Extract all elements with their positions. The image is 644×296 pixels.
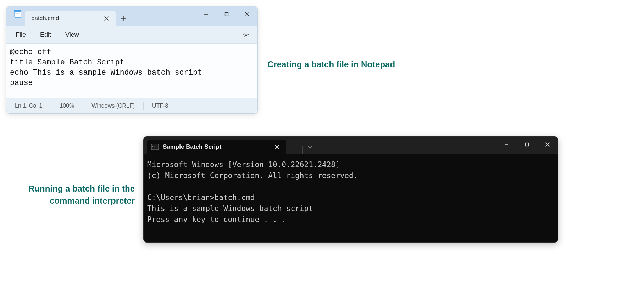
svg-rect-1 [14,10,21,12]
status-line-endings[interactable]: Windows (CRLF) [83,102,144,110]
terminal-cursor [292,215,292,223]
status-encoding[interactable]: UTF-8 [144,102,177,110]
terminal-window-controls [496,137,558,152]
notepad-text-area[interactable]: @echo off title Sample Batch Script echo… [6,43,257,98]
close-button[interactable] [237,6,257,22]
notepad-titlebar: batch.cmd [6,6,257,26]
svg-rect-11 [526,143,529,146]
svg-point-7 [245,34,247,35]
new-tab-button[interactable] [116,11,131,26]
terminal-output-text: Microsoft Windows [Version 10.0.22621.24… [147,160,358,224]
divider [302,146,303,154]
terminal-profile-dropdown[interactable] [304,140,316,154]
notepad-tab[interactable]: batch.cmd [25,11,116,26]
menu-view[interactable]: View [58,29,86,41]
status-zoom[interactable]: 100% [51,102,83,110]
terminal-tab[interactable]: C:\_ Sample Batch Script [147,140,286,154]
terminal-close-button[interactable] [537,137,558,152]
terminal-new-tab-button[interactable] [286,140,302,154]
svg-text:C:\_: C:\_ [152,145,158,148]
terminal-output[interactable]: Microsoft Windows [Version 10.0.22621.24… [144,154,558,242]
caption-notepad: Creating a batch file in Notepad [267,58,395,70]
tab-close-button[interactable] [101,15,112,22]
maximize-button[interactable] [216,6,237,22]
svg-rect-6 [225,13,228,16]
notepad-window: batch.cmd File Edit View [6,6,258,114]
window-controls [196,6,257,22]
terminal-titlebar: C:\_ Sample Batch Script [144,137,558,154]
notepad-statusbar: Ln 1, Col 1 100% Windows (CRLF) UTF-8 [6,98,257,113]
notepad-app-icon [14,9,21,18]
notepad-tab-title: batch.cmd [31,15,59,22]
menu-edit[interactable]: Edit [33,29,58,41]
settings-button[interactable] [237,29,255,40]
terminal-window: C:\_ Sample Batch Script M [143,136,558,243]
cmd-icon: C:\_ [151,144,159,150]
notepad-menubar: File Edit View [6,26,257,43]
terminal-minimize-button[interactable] [496,137,517,152]
terminal-tab-close-button[interactable] [272,144,282,150]
menu-file[interactable]: File [9,29,33,41]
terminal-maximize-button[interactable] [517,137,537,152]
status-cursor-position: Ln 1, Col 1 [12,102,51,110]
terminal-tab-title: Sample Batch Script [163,143,221,150]
caption-terminal: Running a batch file in the command inte… [11,183,135,206]
minimize-button[interactable] [196,6,216,22]
